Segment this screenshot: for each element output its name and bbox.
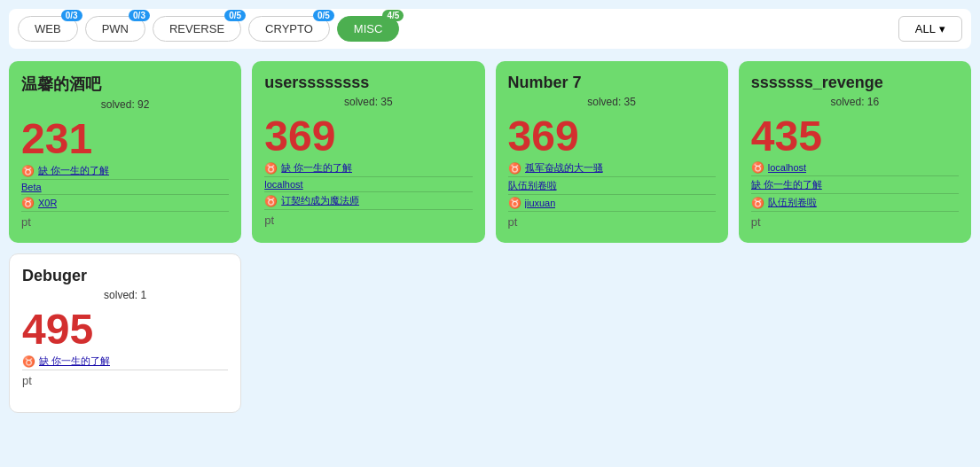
card-3-solved: solved: 35	[508, 96, 716, 108]
taurus-icon: ♉	[22, 355, 35, 368]
list-item: ♉ 缺 你一生的了解	[21, 164, 229, 180]
tab-crypto-badge: 0/5	[313, 10, 334, 21]
tab-misc-label: MISC	[354, 22, 383, 35]
card-4-points: 435	[751, 115, 822, 158]
team-name: Beta	[21, 182, 42, 192]
card-2-points-row: 369	[264, 115, 472, 158]
card-3-pt: pt	[508, 215, 518, 229]
tab-reverse[interactable]: 0/5 REVERSE	[153, 16, 241, 42]
tab-web-label: WEB	[35, 22, 61, 35]
tab-pwn-label: PWN	[102, 22, 129, 35]
list-item: Beta	[21, 182, 229, 195]
card-4-points-row: 435	[751, 115, 959, 158]
card-1-bottom: pt	[21, 215, 229, 232]
card-1-points: 231	[21, 118, 92, 160]
team-name: X0R	[38, 198, 57, 208]
team-name: 队伍别卷啦	[768, 196, 817, 209]
taurus-icon: ♉	[264, 162, 278, 175]
team-name: jiuxuan	[525, 198, 556, 208]
card-3-title: Number 7	[508, 74, 716, 92]
list-item: ♉ 队伍别卷啦	[751, 196, 959, 212]
list-item: ♉ 缺 你一生的了解	[22, 354, 228, 370]
team-name: 订契约成为魔法师	[281, 194, 359, 207]
card-2-bottom: pt	[264, 214, 472, 230]
card-debuger-bottom: pt	[22, 374, 228, 391]
chevron-down-icon: ▾	[939, 22, 945, 35]
cards-row2: Debuger solved: 1 495 ♉ 缺 你一生的了解 pt	[9, 253, 971, 413]
tab-all[interactable]: ALL ▾	[898, 16, 962, 42]
taurus-icon: ♉	[21, 165, 35, 177]
tab-pwn-badge: 0/3	[129, 10, 150, 21]
list-item: 缺 你一生的了解	[751, 178, 959, 194]
team-name: 缺 你一生的了解	[38, 164, 109, 177]
card-debuger[interactable]: Debuger solved: 1 495 ♉ 缺 你一生的了解 pt	[9, 253, 241, 413]
card-4[interactable]: sssssss_revenge solved: 16 435 ♉ localho…	[739, 61, 971, 243]
card-3-points-row: 369	[508, 115, 716, 158]
card-4-bottom: pt	[751, 215, 959, 232]
card-4-teams: ♉ localhost 缺 你一生的了解 ♉ 队伍别卷啦	[751, 161, 959, 212]
tab-reverse-label: REVERSE	[169, 22, 224, 35]
tab-web[interactable]: 0/3 WEB	[18, 16, 78, 42]
taurus-icon: ♉	[751, 161, 764, 174]
tab-misc[interactable]: 4/5 MISC	[337, 16, 400, 42]
team-name: 缺 你一生的了解	[281, 161, 352, 175]
team-name: 缺 你一生的了解	[751, 178, 822, 191]
list-item: localhost	[264, 179, 472, 192]
card-1-title: 温馨的酒吧	[21, 74, 229, 95]
card-3[interactable]: Number 7 solved: 35 369 ♉ 孤军奋战的大一骚 队伍别卷啦…	[496, 61, 728, 243]
card-debuger-pt: pt	[22, 374, 32, 387]
list-item: ♉ 孤军奋战的大一骚	[508, 161, 716, 177]
card-debuger-title: Debuger	[22, 267, 228, 285]
list-item: ♉ 订契约成为魔法师	[264, 194, 472, 210]
team-name: localhost	[264, 179, 302, 190]
list-item: ♉ localhost	[751, 161, 959, 176]
card-3-teams: ♉ 孤军奋战的大一骚 队伍别卷啦 ♉ jiuxuan	[508, 161, 716, 212]
tab-misc-badge: 4/5	[382, 10, 404, 21]
taurus-icon: ♉	[508, 197, 521, 209]
card-2-solved: solved: 35	[264, 96, 472, 108]
list-item: 队伍别卷啦	[508, 179, 716, 195]
card-2[interactable]: userssssssss solved: 35 369 ♉ 缺 你一生的了解 l…	[252, 61, 484, 243]
card-4-title: sssssss_revenge	[751, 74, 959, 92]
card-1-pt: pt	[21, 215, 31, 229]
taurus-icon: ♉	[264, 195, 278, 207]
card-2-points: 369	[264, 115, 335, 158]
card-4-pt: pt	[751, 215, 761, 229]
card-3-points: 369	[508, 115, 579, 158]
card-2-pt: pt	[264, 214, 274, 227]
team-name: 孤军奋战的大一骚	[525, 161, 603, 175]
card-1-solved: solved: 92	[21, 98, 229, 111]
tab-crypto[interactable]: 0/5 CRYPTO	[248, 16, 330, 42]
team-name: 队伍别卷啦	[508, 179, 557, 192]
list-item: ♉ X0R	[21, 197, 229, 212]
taurus-icon: ♉	[751, 197, 764, 209]
taurus-icon: ♉	[508, 162, 521, 175]
card-2-title: userssssssss	[264, 74, 472, 92]
card-2-teams: ♉ 缺 你一生的了解 localhost ♉ 订契约成为魔法师	[264, 161, 472, 210]
tab-all-label: ALL	[915, 22, 936, 35]
team-name: localhost	[768, 162, 806, 173]
tab-web-badge: 0/3	[61, 10, 82, 21]
card-debuger-teams: ♉ 缺 你一生的了解	[22, 354, 228, 370]
card-3-bottom: pt	[508, 215, 716, 232]
list-item: ♉ 缺 你一生的了解	[264, 161, 472, 177]
card-1-teams: ♉ 缺 你一生的了解 Beta ♉ X0R	[21, 164, 229, 212]
card-1-points-row: 231	[21, 118, 229, 160]
taurus-icon: ♉	[21, 197, 35, 209]
card-4-solved: solved: 16	[751, 96, 959, 108]
card-debuger-solved: solved: 1	[22, 289, 228, 301]
cards-grid: 温馨的酒吧 solved: 92 231 ♉ 缺 你一生的了解 Beta ♉ X…	[9, 61, 971, 243]
team-name: 缺 你一生的了解	[39, 354, 110, 368]
tab-crypto-label: CRYPTO	[265, 22, 313, 35]
tab-bar: 0/3 WEB 0/3 PWN 0/5 REVERSE 0/5 CRYPTO 4…	[9, 9, 971, 49]
card-1[interactable]: 温馨的酒吧 solved: 92 231 ♉ 缺 你一生的了解 Beta ♉ X…	[9, 61, 241, 243]
tab-pwn[interactable]: 0/3 PWN	[85, 16, 145, 42]
card-debuger-points-row: 495	[22, 308, 228, 351]
tab-reverse-badge: 0/5	[224, 10, 246, 21]
card-debuger-points: 495	[22, 308, 93, 351]
list-item: ♉ jiuxuan	[508, 197, 716, 212]
